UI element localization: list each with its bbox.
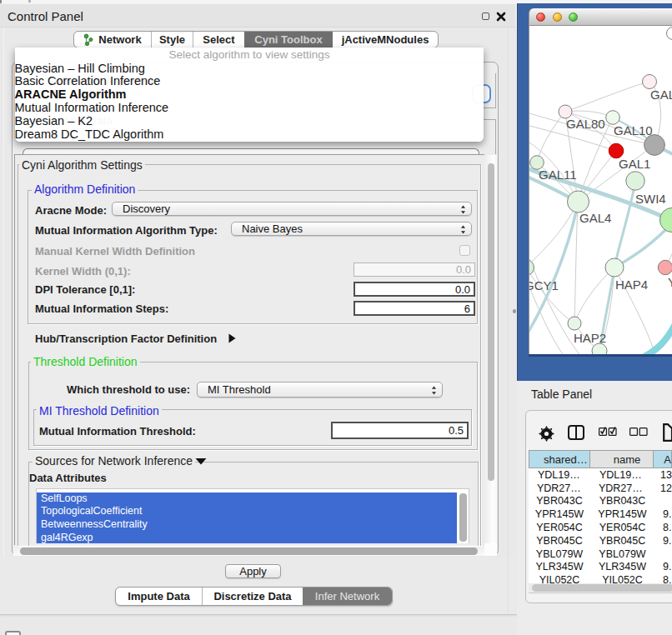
svg-text:Y: Y [668, 275, 672, 289]
svg-text:HAP4: HAP4 [615, 278, 648, 292]
svg-text:GAL4: GAL4 [579, 211, 611, 225]
svg-text:SWI4: SWI4 [635, 192, 666, 206]
svg-text:GAL10: GAL10 [614, 123, 653, 138]
svg-text:GAL80: GAL80 [566, 117, 605, 131]
svg-text:GAL7: GAL7 [650, 88, 672, 102]
svg-text:GAL1: GAL1 [619, 157, 650, 171]
svg-text:GCY1: GCY1 [529, 278, 559, 292]
svg-text:HAP2: HAP2 [574, 331, 606, 345]
svg-text:GAL11: GAL11 [539, 168, 577, 182]
